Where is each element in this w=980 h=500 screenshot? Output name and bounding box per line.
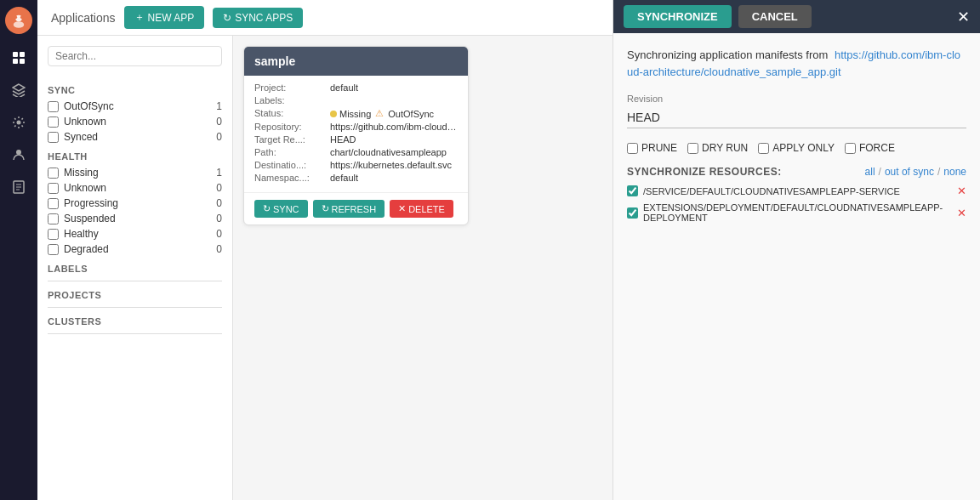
app-card-footer: ↻ SYNC ↻ REFRESH ✕ DELETE <box>244 192 468 224</box>
status-dot <box>330 111 337 117</box>
applyonly-checkbox[interactable] <box>758 143 769 154</box>
resource-link-none[interactable]: none <box>943 166 966 178</box>
labels-section-title: LABELS <box>48 264 222 274</box>
app-card-area: sample Project: default Labels: Status: <box>233 36 612 500</box>
app-path-row: Path: chart/cloudnativesampleapp <box>254 147 458 157</box>
filter-degraded: Degraded 0 <box>48 243 222 255</box>
app-card-header: sample <box>244 47 468 76</box>
missing-checkbox[interactable] <box>48 168 59 179</box>
applyonly-checkbox-item[interactable]: APPLY ONLY <box>758 142 835 154</box>
filter-synced: Synced 0 <box>48 131 222 143</box>
filter-outofsync: OutOfSync 1 <box>48 100 222 112</box>
svg-point-2 <box>20 15 24 19</box>
app-destination-row: Destinatio...: https://kubernetes.defaul… <box>254 160 458 170</box>
app-card-sample: sample Project: default Labels: Status: <box>243 46 469 225</box>
resource-link-all[interactable]: all <box>865 166 875 178</box>
filter-suspended: Suspended 0 <box>48 213 222 224</box>
filter-healthy: Healthy 0 <box>48 228 222 240</box>
healthy-checkbox[interactable] <box>48 229 59 240</box>
sidebar-nav <box>0 0 37 500</box>
suspended-checkbox[interactable] <box>48 213 59 224</box>
nav-settings-icon[interactable] <box>5 109 32 136</box>
dryrun-checkbox-item[interactable]: DRY RUN <box>687 142 748 154</box>
delete-icon: ✕ <box>398 203 406 214</box>
filter-missing: Missing 1 <box>48 167 222 179</box>
app-targetrev-row: Target Re...: HEAD <box>254 134 458 145</box>
card-refresh-button[interactable]: ↻ REFRESH <box>313 200 385 218</box>
card-delete-button[interactable]: ✕ DELETE <box>390 200 453 218</box>
resource-service-remove[interactable]: ✕ <box>957 185 966 197</box>
force-checkbox-item[interactable]: FORCE <box>845 142 895 154</box>
synchronize-button[interactable]: SYNCHRONIZE <box>624 5 732 28</box>
nav-apps-icon[interactable] <box>5 44 32 71</box>
resource-item-deployment: EXTENSIONS/DEPLOYMENT/DEFAULT/CLOUDNATIV… <box>627 202 966 223</box>
svg-point-3 <box>14 21 25 28</box>
clusters-divider <box>48 333 222 334</box>
svg-rect-4 <box>13 52 18 57</box>
projects-section-title: PROJECTS <box>48 290 222 300</box>
resource-service-checkbox[interactable] <box>627 185 638 196</box>
resource-links: all / out of sync / none <box>865 166 966 178</box>
new-app-button[interactable]: ＋ NEW APP <box>124 6 205 29</box>
svg-point-9 <box>16 150 21 155</box>
sync-description: Synchronizing application manifests from… <box>627 47 966 80</box>
progressing-checkbox[interactable] <box>48 198 59 209</box>
sync-icon: ↻ <box>223 12 231 24</box>
dryrun-checkbox[interactable] <box>687 143 698 154</box>
nav-reports-icon[interactable] <box>5 173 32 201</box>
refresh-icon: ↻ <box>322 203 329 214</box>
resource-link-outofsync[interactable]: out of sync <box>885 166 934 178</box>
app-card-title: sample <box>254 54 295 68</box>
sync-apps-button[interactable]: ↻ SYNC APPS <box>213 8 303 28</box>
sync-icon: ↻ <box>263 203 271 214</box>
force-checkbox[interactable] <box>845 143 856 154</box>
avatar[interactable] <box>5 7 32 34</box>
outofsync-checkbox[interactable] <box>48 101 59 112</box>
revision-label: Revision <box>627 94 966 104</box>
filter-unknown-sync: Unknown 0 <box>48 116 222 128</box>
checkboxes-row: PRUNE DRY RUN APPLY ONLY FORCE <box>627 142 966 154</box>
sync-resources-header: SYNCHRONIZE RESOURCES: all / out of sync… <box>627 166 966 178</box>
nav-layers-icon[interactable] <box>5 77 32 104</box>
health-section-title: HEALTH <box>48 151 222 162</box>
app-repo-row: Repository: https://github.com/ibm-cloud… <box>254 122 458 132</box>
plus-icon: ＋ <box>134 10 145 25</box>
page-title: Applications <box>51 11 116 25</box>
unknown-sync-checkbox[interactable] <box>48 116 59 128</box>
filter-unknown-health: Unknown 0 <box>48 182 222 194</box>
card-sync-button[interactable]: ↻ SYNC <box>254 200 308 218</box>
warning-icon: ⚠ <box>375 108 384 119</box>
svg-rect-5 <box>20 52 25 57</box>
svg-rect-6 <box>13 59 18 64</box>
resource-deployment-remove[interactable]: ✕ <box>957 207 966 219</box>
synced-checkbox[interactable] <box>48 132 59 143</box>
right-panel: SYNCHRONIZE CANCEL ✕ Synchronizing appli… <box>612 0 980 500</box>
search-input[interactable] <box>48 46 222 66</box>
right-panel-top-bar: SYNCHRONIZE CANCEL ✕ <box>613 0 980 33</box>
resource-deployment-checkbox[interactable] <box>627 207 638 219</box>
right-panel-body: Synchronizing application manifests from… <box>613 33 980 500</box>
prune-checkbox-item[interactable]: PRUNE <box>627 142 677 154</box>
app-status-row: Status: Missing ⚠ OutOfSync <box>254 108 458 119</box>
top-bar: Applications ＋ NEW APP ↻ SYNC APPS <box>37 0 612 36</box>
svg-point-1 <box>14 15 17 19</box>
svg-rect-7 <box>20 59 25 64</box>
cancel-button[interactable]: CANCEL <box>738 5 812 28</box>
app-card-body: Project: default Labels: Status: Missing… <box>244 76 468 192</box>
prune-checkbox[interactable] <box>627 143 638 154</box>
nav-user-icon[interactable] <box>5 141 32 168</box>
filter-sidebar: SYNC OutOfSync 1 Unknown 0 Synced 0 HEAL… <box>37 36 233 500</box>
revision-input[interactable] <box>627 107 966 128</box>
labels-divider <box>48 281 222 281</box>
app-project-row: Project: default <box>254 82 458 93</box>
close-button[interactable]: ✕ <box>957 9 970 25</box>
degraded-checkbox[interactable] <box>48 244 59 255</box>
unknown-health-checkbox[interactable] <box>48 183 59 194</box>
projects-divider <box>48 307 222 308</box>
clusters-section-title: CLUSTERS <box>48 316 222 327</box>
body-layout: SYNC OutOfSync 1 Unknown 0 Synced 0 HEAL… <box>37 36 612 500</box>
sync-section-title: SYNC <box>48 85 222 95</box>
resource-item-service: /SERVICE/DEFAULT/CLOUDNATIVESAMPLEAPP-SE… <box>627 185 966 197</box>
app-namespace-row: Namespac...: default <box>254 173 458 183</box>
app-labels-row: Labels: <box>254 95 458 105</box>
